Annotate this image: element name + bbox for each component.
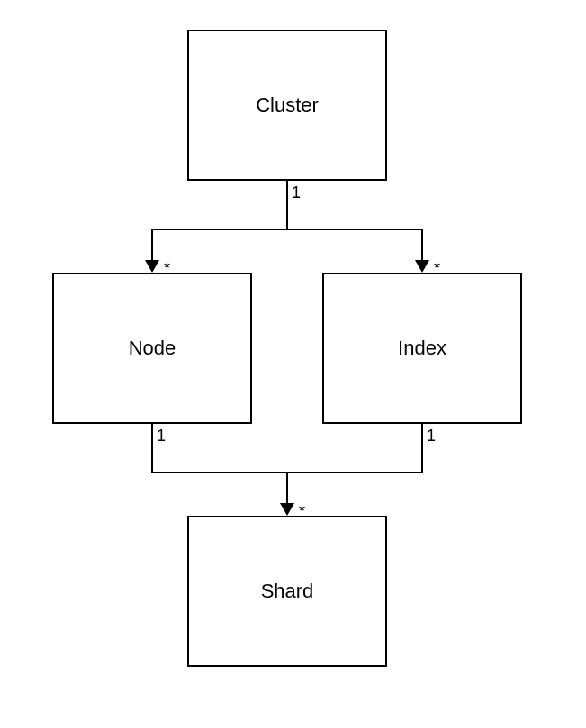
mult-node-one: 1: [157, 427, 166, 445]
connector-to-index: [421, 229, 423, 260]
cluster-box: Cluster: [187, 30, 387, 181]
mult-shard-many: *: [299, 502, 305, 521]
mult-cluster-one: 1: [292, 184, 301, 202]
node-label: Node: [129, 337, 176, 360]
mult-node-many: *: [164, 259, 170, 278]
connector-cluster-hbar: [151, 229, 423, 230]
node-box: Node: [52, 273, 252, 424]
mult-index-many: *: [434, 259, 440, 278]
connector-to-shard: [286, 472, 288, 503]
connector-cluster-down: [286, 181, 288, 229]
cluster-label: Cluster: [256, 94, 319, 117]
arrow-shard: [280, 503, 294, 516]
index-box: Index: [322, 273, 522, 424]
mult-index-one: 1: [427, 427, 436, 445]
connector-node-down: [151, 424, 153, 472]
connector-to-node: [151, 229, 153, 260]
shard-box: Shard: [187, 516, 387, 667]
arrow-node: [145, 260, 159, 273]
shard-label: Shard: [261, 580, 314, 603]
arrow-index: [415, 260, 429, 273]
index-label: Index: [398, 337, 446, 360]
connector-index-down: [421, 424, 423, 472]
